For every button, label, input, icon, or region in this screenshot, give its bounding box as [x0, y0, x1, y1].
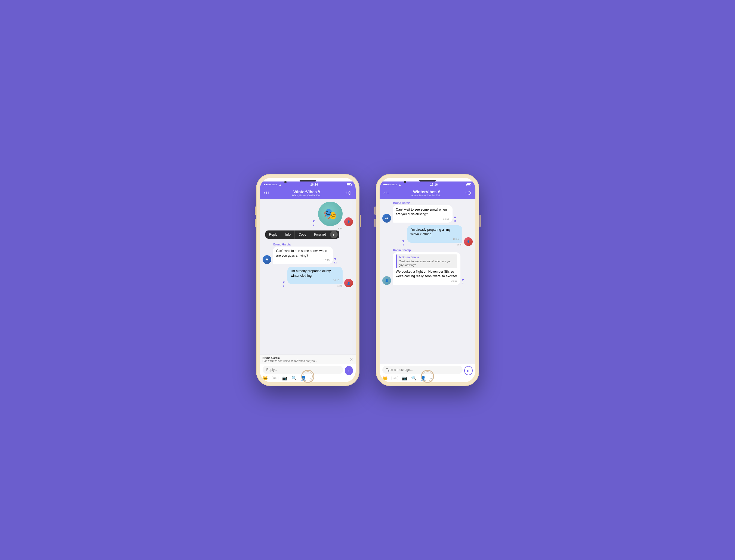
header-center-1: WinterVibes ∨ Adam, Bruno, Camiia, Eloi.… — [271, 189, 343, 197]
self-time-2: 16:16 — [410, 237, 459, 241]
self-time: 16:16 — [291, 279, 339, 282]
chat-title-2: WinterVibes ∨ — [391, 189, 462, 194]
back-chevron-icon: ‹ — [264, 191, 265, 195]
header-right-1: +⊙ — [345, 190, 352, 196]
home-button-inner-1 — [303, 371, 313, 381]
play-button[interactable]: ▶ — [330, 231, 338, 238]
sticker-wrap: 🎭 16:14 — [318, 202, 343, 226]
power-btn-2 — [479, 215, 481, 227]
header-center-2: WinterVibes ∨ Adam, Bruno, Camiia, Eloi.… — [391, 189, 462, 197]
bruno-avatar-2: 🕶 — [382, 214, 391, 223]
status-time: 16:16 — [310, 183, 318, 186]
heart-count-robin: 3 — [462, 282, 463, 285]
bruno-content: Bruno Garcia Can't wait to see some snow… — [273, 243, 333, 264]
heart-icon-self-2: ♥ — [402, 239, 404, 243]
bruno-text: Can't wait to see some snow! when are yo… — [276, 249, 327, 257]
bruno-reaction[interactable]: ♥ 12 — [334, 257, 337, 264]
send-button-2[interactable]: ▶ — [464, 366, 472, 375]
heart-icon-bruno: ♥ — [334, 257, 336, 261]
heart-icon-robin: ♥ — [462, 278, 464, 282]
signal-dot-1-2 — [383, 184, 385, 185]
send-button-1[interactable]: ↑ — [345, 366, 353, 375]
signal-dot-4 — [269, 184, 271, 185]
send-icon: ↑ — [348, 368, 350, 373]
battery-icon — [347, 183, 352, 186]
back-button-1[interactable]: ‹ 11 — [264, 191, 269, 195]
back-button-2[interactable]: ‹ 11 — [383, 191, 389, 195]
volume-down-btn-2 — [374, 219, 376, 227]
bruno-bubble: Can't wait to see some snow! when are yo… — [273, 247, 333, 264]
gif-button[interactable]: GIF — [272, 376, 279, 380]
status-time-2: 16:16 — [430, 183, 438, 186]
robin-content: Robin Champ ↳ Bruno Garcia Can't wait to… — [393, 249, 461, 285]
wifi-icon: ▲ — [279, 183, 282, 186]
carrier-label-2: BELL — [392, 183, 398, 186]
add-contact-button-2[interactable]: +⊙ — [465, 190, 472, 196]
robin-reaction[interactable]: ♥ 3 — [462, 278, 464, 285]
reply-bar: Bruno Garcia Can't wait to see some snow… — [260, 355, 356, 364]
bruno-bubble-2: Can't wait to see some snow! when are yo… — [393, 205, 453, 223]
emoji-button-2[interactable]: 🐱 — [382, 376, 388, 381]
chat-header-2: ‹ 11 WinterVibes ∨ Adam, Bruno, Camiia, … — [380, 187, 475, 199]
chat-subtitle-2: Adam, Bruno, Camiia, Eloi... — [391, 194, 462, 197]
signal-dot-4-2 — [389, 184, 390, 185]
phone-top-bar — [260, 178, 356, 181]
volume-down-btn — [255, 219, 256, 227]
heart-icon: ♥ — [312, 219, 315, 223]
self-message-1: 👤 I'm already preparing all my winter cl… — [263, 267, 353, 287]
signal-bars-2 — [383, 184, 390, 185]
robin-bubble: ↳ Bruno Garcia Can't wait to see some sn… — [393, 252, 461, 285]
reply-button[interactable]: Reply — [265, 230, 282, 239]
robin-name: Robin Champ — [393, 249, 461, 252]
self-bubble-2: I'm already preparing all my winter clot… — [407, 225, 462, 243]
chat-area-2: 🕶 Bruno Garcia Can't wait to see some sn… — [380, 199, 475, 364]
reply-quote-text: Can't wait to see some snow! when are yo… — [399, 260, 455, 267]
reply-bar-content: Bruno Garcia Can't wait to see some snow… — [263, 356, 349, 362]
bruno-message-2: 🕶 Bruno Garcia Can't wait to see some sn… — [382, 202, 473, 223]
self-bubble: I'm already preparing all my winter clot… — [287, 267, 342, 284]
context-menu: Reply Info Copy Forward ▶ — [265, 230, 340, 239]
heart-icon-self: ♥ — [282, 280, 285, 284]
camera-button-2[interactable]: 📷 — [402, 376, 407, 381]
robin-wrap: Robin Champ ↳ Bruno Garcia Can't wait to… — [393, 249, 473, 285]
search-button[interactable]: 🔍 — [291, 376, 297, 381]
info-button[interactable]: Info — [281, 230, 295, 239]
sticker-reaction[interactable]: ♥ 2 — [312, 219, 315, 226]
heart-count: 2 — [313, 223, 314, 226]
send-icon-2: ▶ — [467, 369, 469, 372]
home-button-1[interactable] — [301, 370, 314, 383]
search-button-2[interactable]: 🔍 — [411, 376, 417, 381]
power-btn — [360, 215, 361, 227]
self-reaction-2[interactable]: ♥ 2 — [402, 239, 404, 246]
bruno-wrap-2: Bruno Garcia Can't wait to see some snow… — [393, 202, 473, 223]
status-bar-1: BELL ▲ 16:16 — [260, 181, 356, 187]
seen-text-2: Seen — [407, 243, 462, 246]
signal-dot-1 — [264, 184, 265, 185]
reply-bar-close-button[interactable]: ✕ — [349, 357, 353, 362]
battery-fill-2 — [467, 184, 470, 185]
robin-avatar: 👤 — [382, 276, 391, 285]
phone-1: BELL ▲ 16:16 ‹ 11 WinterVibe — [256, 174, 359, 386]
robin-message: 👤 Robin Champ ↳ Bruno Garcia Can't wait … — [382, 249, 473, 285]
sticker-image: 🎭 — [318, 202, 343, 226]
bruno-reaction-2[interactable]: ♥ 12 — [454, 215, 456, 223]
chat-subtitle-1: Adam, Bruno, Camiia, Eloi... — [271, 194, 343, 197]
emoji-button[interactable]: 🐱 — [263, 376, 268, 381]
gif-button-2[interactable]: GIF — [392, 376, 398, 380]
add-contact-button[interactable]: +⊙ — [345, 190, 352, 196]
self-avatar: 👤 — [344, 279, 353, 287]
chat-area-1: ♥ 2 🎭 16:14 👤 Reply Info Copy Forward ▶ — [260, 199, 356, 355]
self-reaction[interactable]: ♥ 2 — [282, 280, 285, 287]
chat-title-1: WinterVibes ∨ — [271, 189, 343, 194]
home-button-2[interactable] — [421, 370, 434, 383]
bruno-time: 16:15 — [276, 259, 330, 262]
self-text: I'm already preparing all my winter clot… — [291, 269, 331, 278]
status-left: BELL ▲ — [264, 183, 282, 186]
earpiece — [300, 180, 316, 181]
back-count: 11 — [266, 191, 269, 195]
heart-count-bruno-2: 12 — [454, 220, 456, 223]
phone-1-screen: BELL ▲ 16:16 ‹ 11 WinterVibe — [260, 178, 356, 382]
camera-button[interactable]: 📷 — [282, 376, 288, 381]
forward-button[interactable]: Forward — [310, 230, 330, 239]
copy-button[interactable]: Copy — [295, 230, 310, 239]
